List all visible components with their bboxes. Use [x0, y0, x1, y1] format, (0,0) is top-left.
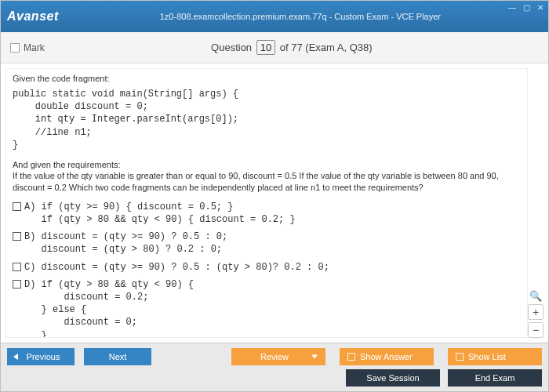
question-position: Question 10 of 77 (Exam A, Q38) [45, 40, 539, 55]
requirements-title: And given the requirements: [13, 159, 521, 170]
code-fragment: public static void main(String[] args) {… [13, 88, 521, 151]
question-label-post: of 77 (Exam A, Q38) [280, 42, 373, 53]
option-d: D) if (qty > 80 && qty < 90) { discount … [13, 278, 521, 338]
requirements: And given the requirements: If the value… [13, 159, 521, 193]
option-b-text: B) discount = (qty >= 90) ? 0.5 : 0; dis… [24, 230, 227, 256]
next-button[interactable]: Next [84, 348, 151, 365]
show-list-button[interactable]: Show List [448, 348, 542, 365]
zoom-controls: 🔍 + − [528, 289, 544, 338]
question-header-bar: Mark Question 10 of 77 (Exam A, Q38) [1, 32, 548, 64]
option-c-text: C) discount = (qty >= 90) ? 0.5 : (qty >… [24, 261, 329, 274]
box-icon [347, 353, 355, 361]
option-d-checkbox[interactable] [13, 280, 21, 289]
previous-button[interactable]: Previous [7, 348, 75, 365]
minimize-icon[interactable]: — [507, 2, 517, 12]
review-button[interactable]: Review [231, 348, 325, 365]
zoom-in-button[interactable]: + [528, 304, 544, 320]
window-controls: — ▢ ✕ [507, 2, 545, 12]
stem-intro: Given the code fragment: [13, 74, 521, 83]
show-list-label: Show List [468, 352, 506, 361]
zoom-out-button[interactable]: − [528, 322, 544, 338]
option-b-checkbox[interactable] [13, 232, 21, 241]
option-a-checkbox[interactable] [13, 202, 21, 211]
box-icon [456, 353, 464, 361]
end-exam-button[interactable]: End Exam [448, 369, 542, 387]
option-c: C) discount = (qty >= 90) ? 0.5 : (qty >… [13, 261, 521, 274]
footer-row-2: Save Session End Exam [7, 369, 542, 387]
close-icon[interactable]: ✕ [536, 2, 545, 12]
mark-checkbox[interactable] [10, 43, 20, 53]
question-label-pre: Question [211, 42, 252, 53]
option-d-text: D) if (qty > 80 && qty < 90) { discount … [24, 278, 194, 338]
save-session-button[interactable]: Save Session [346, 369, 440, 387]
app-logo: Avanset [7, 9, 59, 24]
content-area: Given the code fragment: public static v… [1, 64, 548, 343]
option-b: B) discount = (qty >= 90) ? 0.5 : 0; dis… [13, 230, 521, 256]
magnifier-icon[interactable]: 🔍 [529, 289, 542, 302]
option-c-checkbox[interactable] [13, 263, 21, 271]
footer-bar: Previous Next Review Show Answer Show Li… [1, 343, 548, 391]
footer-row-1: Previous Next Review Show Answer Show Li… [7, 348, 542, 365]
maximize-icon[interactable]: ▢ [522, 2, 531, 12]
mark-label: Mark [24, 42, 45, 53]
option-a: A) if (qty >= 90) { discount = 0.5; } if… [13, 201, 521, 226]
option-a-text: A) if (qty >= 90) { discount = 0.5; } if… [24, 201, 296, 226]
show-answer-label: Show Answer [360, 352, 413, 361]
window-title: 1z0-808.examcollection.premium.exam.77q … [59, 12, 542, 21]
question-scroll[interactable]: Given the code fragment: public static v… [5, 68, 528, 338]
title-bar: Avanset 1z0-808.examcollection.premium.e… [1, 1, 548, 32]
show-answer-button[interactable]: Show Answer [340, 348, 434, 365]
question-number: 10 [256, 40, 275, 55]
requirements-body: If the value of the qty variable is grea… [13, 170, 521, 193]
